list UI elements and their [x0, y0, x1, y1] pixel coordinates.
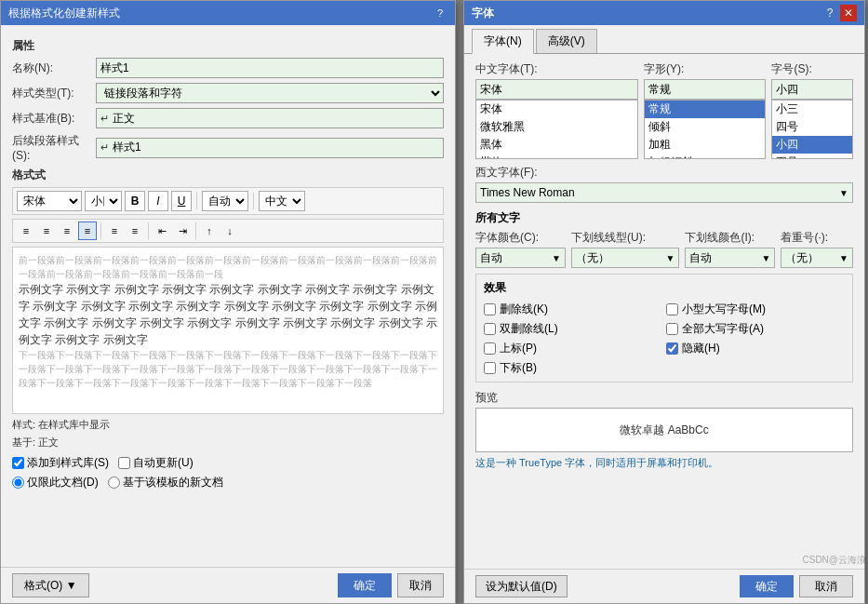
- auto-update-label[interactable]: 自动更新(U): [118, 455, 194, 471]
- bg-dialog-titlebar: 根据格式化创建新样式 ?: [1, 1, 455, 25]
- emphasis-field[interactable]: （无） ▼: [781, 248, 853, 268]
- add-to-library-checkbox[interactable]: [12, 457, 24, 469]
- font-dialog-bottom: 设为默认值(D) 确定 取消: [464, 569, 864, 603]
- tab-font[interactable]: 字体(N): [472, 29, 534, 54]
- strikethrough-checkbox[interactable]: [484, 303, 496, 315]
- indent-decrease-button[interactable]: ⇤: [153, 221, 171, 240]
- font-dialog-help-button[interactable]: ?: [821, 5, 838, 21]
- style-option-bold[interactable]: 加粗: [645, 136, 765, 154]
- style-type-select[interactable]: 链接段落和字符: [96, 83, 444, 103]
- superscript-checkbox[interactable]: [484, 342, 496, 355]
- bg-dialog-help-button[interactable]: ?: [433, 6, 447, 20]
- chinese-font-option[interactable]: 楷体: [476, 154, 637, 159]
- preview-text: 微软卓越 AaBbCc: [620, 423, 708, 438]
- chinese-font-option[interactable]: 黑体: [476, 136, 637, 154]
- follow-style-field[interactable]: ↵ 样式1: [96, 138, 444, 158]
- new-template-radio[interactable]: [108, 476, 120, 489]
- superscript-label[interactable]: 上标(P): [484, 341, 662, 356]
- all-caps-label[interactable]: 全部大写字母(A): [666, 321, 845, 337]
- this-doc-label[interactable]: 仅限此文档(D): [12, 475, 99, 490]
- style-base-label: 样式基准(B):: [12, 111, 96, 127]
- chinese-font-option[interactable]: 微软雅黑: [476, 118, 637, 136]
- style-info-2: 基于: 正文: [12, 436, 444, 450]
- name-input[interactable]: [96, 58, 444, 78]
- follow-style-arrow: ↵: [100, 141, 109, 154]
- effects-section: 效果 删除线(K) 小型大写字母(M) 双删除线(L) 全部大写字母(A): [475, 274, 853, 383]
- small-caps-label[interactable]: 小型大写字母(M): [666, 302, 845, 317]
- size-option-xiaosi[interactable]: 小四: [772, 136, 852, 154]
- hidden-label[interactable]: 隐藏(H): [666, 341, 845, 356]
- all-caps-checkbox[interactable]: [666, 323, 678, 335]
- bold-button[interactable]: B: [125, 191, 145, 211]
- underline-color-dropdown-icon: ▼: [762, 253, 771, 263]
- bg-cancel-button[interactable]: 取消: [397, 573, 444, 597]
- align-distribute-button[interactable]: ≡: [105, 221, 124, 240]
- style-list[interactable]: 常规 倾斜 加粗 加粗倾斜: [644, 100, 766, 159]
- font-dialog-close-button[interactable]: ✕: [840, 5, 857, 21]
- underline-color-field[interactable]: 自动 ▼: [685, 248, 775, 268]
- size-list[interactable]: 小三 四号 小四 五号: [771, 100, 853, 159]
- style-option-regular[interactable]: 常规: [645, 101, 765, 118]
- add-to-library-label[interactable]: 添加到样式库(S): [12, 455, 109, 471]
- size-option-xiaosan[interactable]: 小三: [772, 101, 852, 118]
- style-base-arrow: ↵: [100, 113, 109, 125]
- style-option-italic[interactable]: 倾斜: [645, 118, 765, 136]
- color-select[interactable]: 自动: [202, 191, 248, 211]
- font-dialog-title: 字体: [472, 6, 494, 21]
- toolbar-separator-1: [196, 193, 197, 209]
- chinese-font-list[interactable]: 宋体 微软雅黑 黑体 楷体: [475, 100, 638, 159]
- style-input[interactable]: [644, 79, 766, 100]
- size-input[interactable]: [771, 79, 853, 100]
- western-font-field[interactable]: Times New Roman ▼: [475, 182, 853, 203]
- chinese-font-input[interactable]: [475, 79, 638, 100]
- strikethrough-label[interactable]: 删除线(K): [484, 302, 662, 317]
- size-option-wuhao[interactable]: 五号: [772, 154, 852, 159]
- tab-advanced[interactable]: 高级(V): [536, 29, 597, 53]
- chinese-font-option[interactable]: 宋体: [476, 101, 637, 118]
- chinese-font-col: 中文字体(T): 宋体 微软雅黑 黑体 楷体: [475, 61, 638, 159]
- style-info-1: 样式: 在样式库中显示: [12, 418, 444, 432]
- align-left-button[interactable]: ≡: [17, 221, 35, 240]
- set-default-button[interactable]: 设为默认值(D): [475, 575, 568, 597]
- hidden-checkbox[interactable]: [666, 342, 678, 355]
- effects-label: 效果: [484, 280, 845, 296]
- style-base-field[interactable]: ↵ 正文: [96, 108, 444, 128]
- auto-update-checkbox[interactable]: [118, 457, 130, 469]
- align-extra-button[interactable]: ≡: [126, 221, 144, 240]
- underline-color-value: 自动: [689, 250, 761, 266]
- emphasis-value: （无）: [785, 250, 839, 266]
- line-spacing-less-button[interactable]: ↑: [200, 221, 219, 240]
- align-justify-button[interactable]: ≡: [78, 221, 97, 240]
- bg-ok-button[interactable]: 确定: [338, 573, 392, 597]
- bg-dialog-title: 根据格式化创建新样式: [8, 6, 120, 21]
- subscript-label[interactable]: 下标(B): [484, 360, 662, 376]
- style-type-label: 样式类型(T):: [12, 86, 96, 101]
- italic-button[interactable]: I: [148, 191, 168, 211]
- lang-select[interactable]: 中文: [259, 191, 305, 211]
- align-center-button[interactable]: ≡: [37, 221, 56, 240]
- font-dialog-titlebar: 字体 ? ✕: [464, 1, 864, 25]
- font-size-select[interactable]: 小四: [85, 191, 122, 211]
- style-base-row: 样式基准(B): ↵ 正文: [12, 108, 444, 128]
- double-strikethrough-label[interactable]: 双删除线(L): [484, 321, 662, 337]
- font-family-select[interactable]: 宋体: [17, 191, 82, 211]
- subscript-checkbox[interactable]: [484, 362, 496, 374]
- indent-increase-button[interactable]: ⇥: [173, 221, 192, 240]
- this-doc-radio[interactable]: [12, 476, 24, 489]
- size-option-sihao[interactable]: 四号: [772, 118, 852, 136]
- format-button[interactable]: 格式(O) ▼: [12, 573, 89, 597]
- line-spacing-more-button[interactable]: ↓: [220, 221, 239, 240]
- style-option-bolditalic[interactable]: 加粗倾斜: [645, 154, 765, 159]
- style-type-row: 样式类型(T): 链接段落和字符: [12, 83, 444, 103]
- font-color-field[interactable]: 自动 ▼: [475, 248, 566, 268]
- format-toolbar: 宋体 小四 B I U 自动 中文: [12, 187, 444, 215]
- font-ok-button[interactable]: 确定: [740, 575, 794, 597]
- underline-button[interactable]: U: [171, 191, 192, 211]
- underline-style-field[interactable]: （无） ▼: [571, 248, 679, 268]
- font-cancel-button[interactable]: 取消: [799, 575, 853, 597]
- align-right-button[interactable]: ≡: [58, 221, 76, 240]
- new-template-label[interactable]: 基于该模板的新文档: [108, 475, 223, 490]
- double-strikethrough-checkbox[interactable]: [484, 323, 496, 335]
- preview-box: 微软卓越 AaBbCc: [475, 408, 853, 452]
- small-caps-checkbox[interactable]: [666, 303, 678, 315]
